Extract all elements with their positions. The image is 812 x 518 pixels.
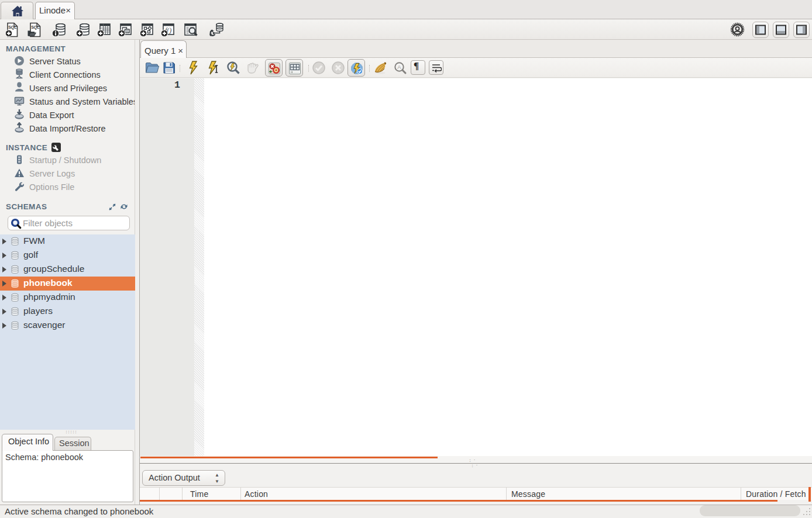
svg-text:A: A <box>397 64 401 70</box>
svg-text:SQL: SQL <box>8 25 17 30</box>
svg-text:SQL: SQL <box>31 25 40 30</box>
